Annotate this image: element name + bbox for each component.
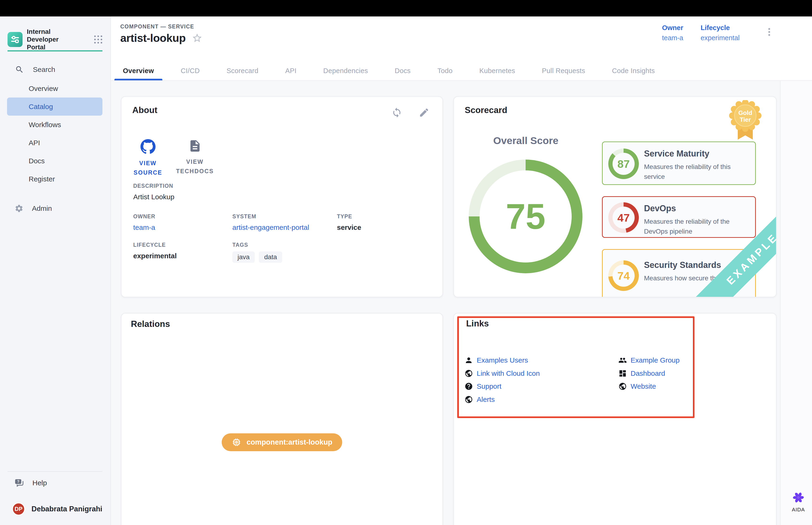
tab-code-insights[interactable]: Code Insights [603,61,663,80]
badge-line1: Gold [738,109,752,116]
tab-cicd[interactable]: CI/CD [172,61,208,80]
score-item-description: Measures the reliability of the DevOps p… [644,217,749,236]
entity-meta: Owner team-a Lifecycle experimental [662,24,775,42]
sidebar-item-docs[interactable]: Docs [7,152,103,170]
field-system: SYSTEM artist-engagement-portal [232,213,309,231]
group-icon [618,356,627,364]
tab-kubernetes[interactable]: Kubernetes [471,61,523,80]
field-lifecycle: LIFECYCLE experimental [133,242,177,260]
tab-api[interactable]: API [277,61,305,80]
tag-chip[interactable]: java [232,252,255,263]
score-item-name: DevOps [644,204,676,213]
tab-scorecard[interactable]: Scorecard [218,61,267,80]
page-title: artist-lookup [120,31,186,44]
lifecycle-label: Lifecycle [701,24,740,32]
view-techdocs-link[interactable]: VIEW TECHDOCS [170,139,220,177]
sidebar-accent-rule [7,50,103,51]
link-with-cloud-icon[interactable]: Link with Cloud Icon [464,369,540,378]
sidebar-item-register[interactable]: Register [7,170,103,188]
gear-icon [15,204,24,213]
search-label: Search [33,65,55,74]
admin-label: Admin [32,205,52,212]
sidebar-item-admin[interactable]: Admin [15,199,52,217]
links-title: Links [466,319,489,329]
link-dashboard[interactable]: Dashboard [618,369,665,378]
relations-card: Relations component:artist-lookup [121,313,443,525]
tab-overview[interactable]: Overview [114,61,162,80]
view-source-link[interactable]: VIEW SOURCE [126,139,170,177]
score-item-devops[interactable]: 47 DevOps Measures the reliability of th… [602,196,756,238]
field-tags: TAGS java data [232,242,282,263]
sidebar-user[interactable]: DP Debabrata Panigrahi [12,500,102,519]
sidebar-item-workflows[interactable]: Workflows [7,116,103,134]
tab-docs[interactable]: Docs [386,61,419,80]
relations-title: Relations [131,319,170,329]
user-icon [464,356,473,364]
scorecard-card: Scorecard Overall Score 75 87 Service Ma… [454,96,777,297]
sidebar-item-overview[interactable]: Overview [7,79,103,97]
sidebar-nav: Overview Catalog Workflows API Docs Regi… [7,79,103,188]
owner-meta: Owner team-a [662,24,683,42]
favorite-star-icon[interactable] [192,33,202,44]
gold-tier-badge: Gold Tier [729,100,762,141]
link-website[interactable]: Website [618,382,656,391]
link-example-group[interactable]: Example Group [618,356,679,364]
score-item-service-maturity[interactable]: 87 Service Maturity Measures the reliabi… [602,141,756,185]
link-support[interactable]: Support [464,382,501,391]
user-name: Debabrata Panigrahi [31,505,102,513]
score-item-name: Security Standards [644,260,721,270]
globe-icon [618,382,627,391]
aida-label: AIDA [788,507,808,513]
dashboard-icon [618,369,627,378]
scrollbar-gutter[interactable] [780,16,812,525]
main-area: COMPONENT — SERVICE artist-lookup Owner … [111,16,812,525]
lifecycle-meta: Lifecycle experimental [701,24,740,42]
lifecycle-value: experimental [701,34,740,42]
techdocs-doc-icon [188,139,202,153]
chip-icon [231,437,241,447]
refresh-icon[interactable] [392,107,402,118]
tab-pull-requests[interactable]: Pull Requests [534,61,594,80]
system-link[interactable]: artist-engagement-portal [232,224,309,231]
link-alerts[interactable]: Alerts [464,395,495,404]
sidebar-item-help[interactable]: Help [14,475,47,491]
help-label: Help [32,479,47,487]
github-icon [140,139,155,154]
edit-pencil-icon[interactable] [419,107,429,118]
globe-icon [464,369,473,378]
sidebar-item-catalog[interactable]: Catalog [7,97,103,116]
score-ring: 74 [608,260,639,291]
entity-kind-eyebrow: COMPONENT — SERVICE [120,24,194,30]
sidebar-search[interactable]: Search [0,63,110,76]
relation-node-label: component:artist-lookup [246,438,332,447]
score-item-description: Measures the reliability of this service [644,162,749,182]
top-black-bar [0,0,812,16]
tag-chip[interactable]: data [259,252,282,263]
sidebar: Internal Developer Portal Search Overvie… [0,16,111,525]
link-examples-users[interactable]: Examples Users [464,356,528,364]
tab-dependencies[interactable]: Dependencies [315,61,377,80]
overall-score-gauge: 75 [469,160,582,273]
help-circle-icon [464,382,473,391]
owner-link[interactable]: team-a [133,224,155,231]
avatar: DP [12,502,25,516]
scorecard-title: Scorecard [465,105,507,115]
apps-grid-icon[interactable] [93,34,103,45]
about-card: About VIEW SOURCE VIEW TECHDOCS DESCRIPT… [121,96,443,297]
entity-header: COMPONENT — SERVICE artist-lookup Owner … [111,16,812,81]
owner-label[interactable]: Owner [662,24,683,32]
relation-node-chip[interactable]: component:artist-lookup [221,433,342,451]
aida-widget[interactable]: AIDA [788,491,808,513]
score-ring: 47 [608,202,639,233]
tab-todo[interactable]: Todo [429,61,461,80]
entity-tabs: Overview CI/CD Scorecard API Dependencie… [114,61,673,80]
kebab-menu-icon[interactable] [764,27,775,37]
field-owner: OWNER team-a [133,213,155,231]
owner-value[interactable]: team-a [662,34,683,42]
about-title: About [132,105,157,115]
score-ring: 87 [608,149,639,179]
globe-icon [464,395,473,404]
sidebar-item-api[interactable]: API [7,134,103,152]
sidebar-divider [7,471,103,472]
overall-score-label: Overall Score [454,135,598,146]
